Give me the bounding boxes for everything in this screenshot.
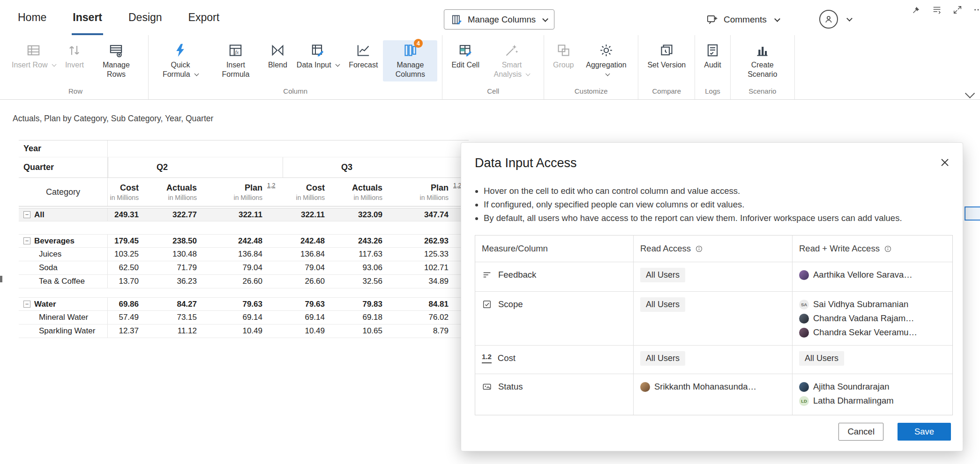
value-cell[interactable]: 10.65 (328, 326, 386, 336)
value-cell[interactable]: 79.63 (200, 300, 266, 309)
account-menu[interactable] (819, 8, 852, 30)
expand-icon[interactable] (952, 5, 963, 15)
insert-formula-button[interactable]: fxInsert Formula (209, 40, 263, 81)
value-cell[interactable]: 84.81 (386, 300, 452, 309)
edit-cell-button[interactable]: Edit Cell (447, 40, 484, 72)
value-cell[interactable]: 93.06 (328, 263, 386, 273)
measure-header-actuals[interactable]: Actualsin Millions (142, 178, 200, 206)
value-cell[interactable]: 242.48 (283, 236, 328, 246)
measure-header-actuals[interactable]: Actualsin Millions (328, 178, 386, 206)
value-cell[interactable]: 76.02 (386, 313, 452, 322)
more-icon[interactable] (973, 5, 980, 15)
value-cell[interactable]: 130.48 (142, 250, 200, 259)
write-access-cell[interactable]: All Users (792, 346, 953, 374)
value-cell[interactable]: 322.77 (142, 210, 200, 220)
value-cell[interactable]: 26.60 (200, 277, 266, 286)
manage-rows-button[interactable]: Manage Rows (89, 40, 143, 81)
quick-formula-button[interactable]: Quick Formula (153, 40, 208, 81)
collapse-icon[interactable]: − (23, 301, 30, 308)
tab-design[interactable]: Design (127, 0, 163, 35)
measure-header-plan[interactable]: Planin Millions (200, 178, 266, 206)
value-cell[interactable]: 262.93 (386, 236, 452, 246)
value-cell[interactable]: 238.50 (142, 236, 200, 246)
user-entry[interactable]: SASai Vidhya Subramanian (799, 297, 947, 311)
cancel-button[interactable]: Cancel (838, 423, 883, 441)
table-row-mineral-water[interactable]: Mineral Water57.4973.1569.1469.1469.1876… (19, 311, 469, 324)
user-entry[interactable]: LDLatha Dharmalingam (799, 394, 947, 408)
value-cell[interactable]: 62.50 (108, 263, 142, 273)
table-row-all[interactable]: −All249.31322.77322.11322.11323.09347.74 (19, 208, 469, 221)
comments-button[interactable]: Comments (706, 9, 779, 29)
pin-icon[interactable] (911, 5, 921, 15)
value-cell[interactable]: 32.56 (328, 277, 386, 286)
selected-cell[interactable] (965, 206, 980, 221)
value-cell[interactable]: 69.14 (200, 313, 266, 322)
table-row-juices[interactable]: Juices103.25130.48136.84136.84117.63125.… (19, 248, 469, 261)
aggregation-button[interactable]: Aggregation (579, 40, 633, 81)
value-cell[interactable]: 10.49 (283, 326, 328, 336)
save-button[interactable]: Save (898, 423, 951, 441)
value-cell[interactable]: 34.89 (386, 277, 452, 286)
value-cell[interactable]: 73.15 (142, 313, 200, 322)
quarter-header-q2[interactable]: Q2 (108, 157, 283, 177)
value-cell[interactable]: 179.45 (108, 236, 142, 246)
audit-button[interactable]: Audit (700, 40, 725, 72)
measure-header-cost[interactable]: Costin Millions (283, 178, 328, 206)
read-access-cell[interactable]: Srikkanth Mohanasunda… (633, 374, 792, 415)
measure-header-plan[interactable]: Planin Millions (386, 178, 452, 206)
value-cell[interactable]: 322.11 (200, 210, 266, 220)
row-label-sparkling-water[interactable]: Sparkling Water (19, 324, 108, 338)
resize-handle[interactable] (0, 276, 2, 282)
tab-home[interactable]: Home (17, 0, 47, 35)
value-cell[interactable]: 13.70 (108, 277, 142, 286)
close-icon[interactable] (939, 157, 950, 168)
value-cell[interactable]: 57.49 (108, 313, 142, 322)
row-label-juices[interactable]: Juices (19, 248, 108, 261)
value-cell[interactable]: 79.83 (328, 300, 386, 309)
value-cell[interactable]: 71.79 (142, 263, 200, 273)
value-cell[interactable]: 242.48 (200, 236, 266, 246)
value-cell[interactable]: 12.37 (108, 326, 142, 336)
info-icon[interactable] (695, 245, 703, 253)
value-cell[interactable]: 84.27 (142, 300, 200, 309)
user-entry[interactable]: Srikkanth Mohanasunda… (640, 380, 785, 394)
quarter-header-q3[interactable]: Q3 (283, 157, 469, 177)
table-row-water[interactable]: −Water69.8684.2779.6379.6379.8384.81 (19, 297, 469, 311)
collapse-icon[interactable]: − (23, 211, 30, 218)
write-access-cell[interactable]: SASai Vidhya SubramanianChandra Vadana R… (792, 292, 953, 345)
table-row-sparkling-water[interactable]: Sparkling Water12.3711.1210.4910.4910.65… (19, 324, 469, 338)
value-cell[interactable]: 249.31 (108, 210, 142, 220)
read-access-cell[interactable]: All Users (633, 292, 792, 345)
value-cell[interactable]: 323.09 (328, 210, 386, 220)
row-label-soda[interactable]: Soda (19, 261, 108, 274)
value-cell[interactable]: 69.18 (328, 313, 386, 322)
user-entry[interactable]: Chandra Vadana Rajam… (799, 311, 947, 325)
write-access-cell[interactable]: Ajitha SoundrarajanLDLatha Dharmalingam (792, 374, 953, 415)
value-cell[interactable]: 10.49 (200, 326, 266, 336)
all-users-chip[interactable]: All Users (799, 351, 844, 366)
value-cell[interactable]: 347.74 (386, 210, 452, 220)
outline-icon[interactable] (932, 5, 942, 15)
row-label-tea-coffee[interactable]: Tea & Coffee (19, 275, 108, 288)
blend-button[interactable]: Blend (264, 40, 292, 72)
all-users-chip[interactable]: All Users (640, 297, 685, 312)
value-cell[interactable]: 243.26 (328, 236, 386, 246)
value-cell[interactable]: 125.33 (386, 250, 452, 259)
value-cell[interactable]: 79.04 (200, 263, 266, 273)
manage-columns-button[interactable]: 4Manage Columns (383, 40, 437, 81)
row-label-water[interactable]: −Water (19, 298, 108, 310)
value-cell[interactable]: 103.25 (108, 250, 142, 259)
set-version-button[interactable]: Set Version (643, 40, 690, 72)
value-cell[interactable]: 136.84 (283, 250, 328, 259)
table-row-beverages[interactable]: −Beverages179.45238.50242.48242.48243.26… (19, 234, 469, 248)
collapse-icon[interactable]: − (23, 237, 30, 244)
write-access-cell[interactable]: Aarthika Vellore Sarava… (792, 262, 953, 291)
user-entry[interactable]: Aarthika Vellore Sarava… (799, 268, 947, 282)
data-input-button[interactable]: Data Input (292, 40, 344, 72)
value-cell[interactable]: 136.84 (200, 250, 266, 259)
value-cell[interactable]: 11.12 (142, 326, 200, 336)
value-cell[interactable]: 79.63 (283, 300, 328, 309)
value-cell[interactable]: 117.63 (328, 250, 386, 259)
row-label-beverages[interactable]: −Beverages (19, 235, 108, 247)
tab-insert[interactable]: Insert (72, 0, 103, 35)
